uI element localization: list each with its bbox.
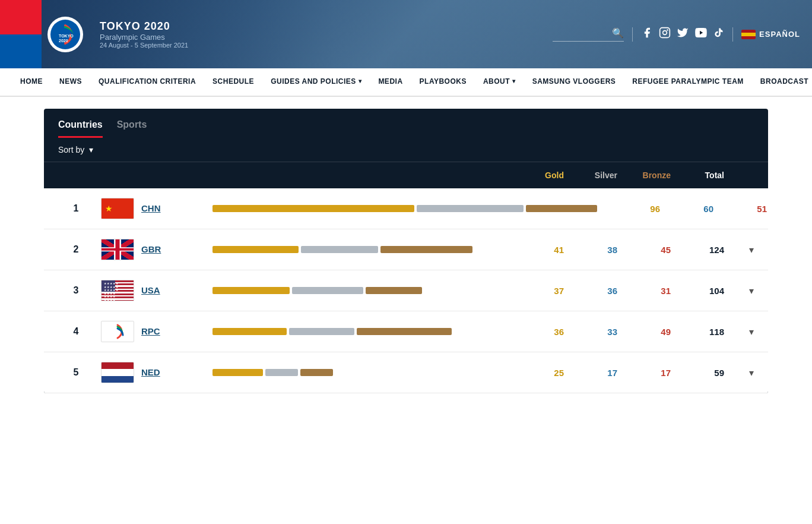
gold-count: 36: [510, 327, 564, 337]
nav-guides[interactable]: GUIDES AND POLICIES ▾: [262, 68, 370, 96]
rank-cell: 1: [58, 203, 94, 214]
header-search-social: 🔍: [553, 27, 800, 42]
chevron-down-icon: ▾: [749, 285, 754, 296]
chevron-down-icon: ▾: [749, 244, 754, 255]
total-count: 207: [767, 204, 768, 214]
gold-count: 41: [510, 245, 564, 255]
search-bar[interactable]: 🔍: [553, 27, 624, 42]
country-name[interactable]: GBR: [141, 244, 161, 254]
table-row[interactable]: 1 CHN 96 60 51 207 ▾: [44, 188, 768, 229]
svg-point-5: [667, 29, 668, 31]
instagram-icon[interactable]: [659, 27, 671, 42]
expand-button[interactable]: ▾: [724, 285, 754, 296]
language-selector[interactable]: ESPAÑOL: [741, 30, 800, 39]
divider2: [732, 27, 733, 42]
total-count: 124: [671, 245, 724, 255]
header: TOKYO 2020 TOKYO 2020 Paralympic Games 2…: [0, 0, 812, 68]
country-name[interactable]: NED: [141, 367, 160, 377]
main-content: Countries Sports Sort by ▾ Gold Silver B…: [20, 97, 792, 405]
country-name[interactable]: RPC: [141, 326, 160, 336]
gold-count: 25: [510, 368, 564, 378]
silver-count: 33: [564, 327, 617, 337]
search-input[interactable]: [553, 29, 612, 37]
logo-text-area: TOKYO 2020 Paralympic Games 24 August - …: [100, 20, 188, 49]
table-row[interactable]: 4 RPC 36 33 49 118 ▾: [44, 311, 768, 352]
sort-chevron-icon[interactable]: ▾: [89, 145, 93, 154]
youtube-icon[interactable]: [694, 28, 708, 40]
th-gold: Gold: [510, 171, 564, 180]
tabs-row: Countries Sports: [44, 109, 768, 138]
country-name[interactable]: CHN: [141, 203, 161, 213]
nav-playbooks[interactable]: PLAYBOOKS: [411, 68, 475, 96]
tab-countries[interactable]: Countries: [58, 119, 103, 138]
logo-area[interactable]: TOKYO 2020: [47, 17, 83, 52]
rank-cell: 5: [58, 367, 94, 378]
bars-cell: [212, 205, 607, 212]
rank-cell: 4: [58, 326, 94, 337]
nav-broadcast[interactable]: BROADCAST: [752, 68, 812, 96]
chevron-down-icon-2: ▾: [512, 78, 516, 84]
facebook-icon[interactable]: [641, 27, 653, 42]
language-label: ESPAÑOL: [759, 30, 800, 39]
country-cell[interactable]: USA: [141, 285, 212, 296]
gold-count: 96: [607, 204, 660, 214]
silver-count: 36: [564, 286, 617, 296]
silver-bar: [292, 287, 363, 294]
nav-samsung[interactable]: SAMSUNG VLOGGERS: [524, 68, 624, 96]
table-row[interactable]: 3 ★★★★★★★★★★★★★★★★★★★★★★★★★★★ USA 37 36 …: [44, 270, 768, 311]
header-content: TOKYO 2020 TOKYO 2020 Paralympic Games 2…: [0, 17, 812, 52]
nav-home[interactable]: HOME: [12, 68, 51, 96]
bars-cell: [212, 328, 510, 335]
expand-button[interactable]: ▾: [724, 244, 754, 255]
total-count: 104: [671, 286, 724, 296]
nav-media[interactable]: MEDIA: [370, 68, 411, 96]
navigation: HOME NEWS QUALIFICATION CRITERIA SCHEDUL…: [0, 68, 812, 97]
flag-cell: [94, 362, 141, 383]
svg-text:TOKYO: TOKYO: [59, 34, 74, 38]
bars-cell: [212, 246, 510, 253]
table-row[interactable]: 5 NED 25 17 17 59 ▾: [44, 352, 768, 393]
country-cell[interactable]: CHN: [141, 203, 212, 214]
flag-cell: [94, 321, 141, 342]
nav-news[interactable]: NEWS: [51, 68, 90, 96]
country-cell[interactable]: RPC: [141, 326, 212, 337]
nav-about[interactable]: ABOUT ▾: [475, 68, 524, 96]
header-subtitle: Paralympic Games: [100, 33, 188, 42]
th-total: Total: [671, 171, 724, 180]
medal-table-container: Countries Sports Sort by ▾ Gold Silver B…: [44, 109, 768, 393]
country-name[interactable]: USA: [141, 285, 160, 295]
bronze-bar: [300, 369, 333, 376]
th-silver: Silver: [564, 171, 617, 180]
header-title: TOKYO 2020: [100, 20, 188, 33]
country-cell[interactable]: GBR: [141, 244, 212, 255]
medal-table-body: 1 CHN 96 60 51 207 ▾ 2 GBR: [44, 188, 768, 393]
nav-qualification[interactable]: QUALIFICATION CRITERIA: [90, 68, 204, 96]
logo-circle: TOKYO 2020: [47, 17, 83, 52]
search-button[interactable]: 🔍: [612, 27, 624, 39]
bronze-count: 31: [617, 286, 671, 296]
silver-count: 38: [564, 245, 617, 255]
chevron-down-icon: ▾: [749, 326, 754, 337]
silver-bar: [417, 205, 524, 212]
table-row[interactable]: 2 GBR 41 38 45 124 ▾: [44, 229, 768, 270]
tab-sports[interactable]: Sports: [117, 119, 147, 138]
gold-bar: [212, 205, 414, 212]
expand-button[interactable]: ▾: [724, 326, 754, 337]
gold-bar: [212, 328, 287, 335]
rank-cell: 3: [58, 285, 94, 296]
bronze-count: 49: [617, 327, 671, 337]
flag-cell: [94, 198, 141, 219]
svg-text:2020: 2020: [59, 39, 68, 43]
tiktok-icon[interactable]: [713, 27, 724, 42]
country-cell[interactable]: NED: [141, 367, 212, 378]
silver-count: 60: [660, 204, 713, 214]
divider: [632, 27, 633, 42]
rank-cell: 2: [58, 244, 94, 255]
twitter-icon[interactable]: [677, 27, 689, 42]
expand-button[interactable]: ▾: [724, 367, 754, 378]
nav-schedule[interactable]: SCHEDULE: [204, 68, 262, 96]
silver-bar: [265, 369, 298, 376]
nav-refugee[interactable]: REFUGEE PARALYMPIC TEAM: [624, 68, 752, 96]
bronze-bar: [526, 205, 597, 212]
gold-count: 37: [510, 286, 564, 296]
